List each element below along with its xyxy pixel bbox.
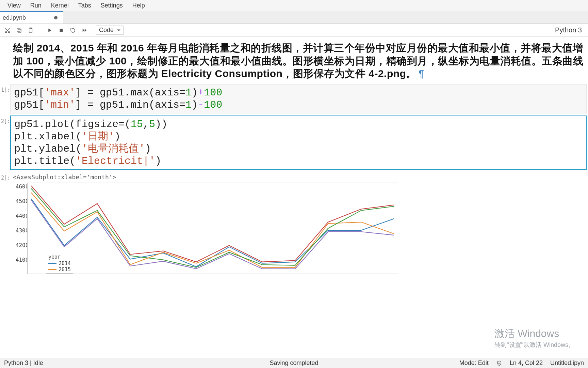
notebook-area: 绘制 2014、2015 年和 2016 年每月电能消耗量之和的折线图，并计算三… (0, 37, 588, 277)
svg-rect-3 (17, 28, 20, 31)
kernel-name[interactable]: Python 3 (555, 26, 585, 34)
chart-legend: year 2014 2015 (46, 253, 73, 274)
legend-item: 2015 (48, 266, 71, 273)
menu-run[interactable]: Run (26, 0, 46, 11)
menubar: View Run Kernel Tabs Settings Help (0, 0, 588, 11)
menu-settings[interactable]: Settings (96, 0, 128, 11)
cell-prompt: 2]: (0, 172, 10, 275)
markdown-content: 绘制 2014、2015 年和 2016 年每月电能消耗量之和的折线图，并计算三… (13, 42, 583, 79)
cell-prompt: 2]: (0, 116, 10, 170)
restart-icon[interactable] (69, 26, 77, 34)
menu-help[interactable]: Help (128, 0, 150, 11)
windows-activation-watermark: 激活 Windows 转到"设置"以激活 Windows。 (494, 327, 574, 349)
code-cell-1[interactable]: 1]: gp51['max'] = gp51.max(axis=1)+100 g… (0, 84, 587, 113)
statusbar: Python 3 | Idle Saving completed Mode: E… (0, 358, 588, 368)
markdown-text: 绘制 2014、2015 年和 2016 年每月电能消耗量之和的折线图，并计算三… (10, 40, 587, 82)
svg-rect-2 (18, 29, 21, 32)
shield-icon (496, 360, 502, 366)
pilcrow-icon: ¶ (419, 68, 424, 79)
code-cell-2[interactable]: 2]: gp51.plot(figsize=(15,5)) plt.xlabel… (0, 116, 587, 170)
svg-rect-6 (60, 29, 63, 32)
status-save: Saving completed (270, 359, 318, 367)
output-text: <AxesSubplot:xlabel='month'> (13, 173, 584, 181)
cut-icon[interactable] (3, 26, 12, 34)
code-input[interactable]: gp51['max'] = gp51.max(axis=1)+100 gp51[… (10, 84, 587, 113)
unsaved-indicator-icon (54, 16, 58, 19)
fast-forward-icon[interactable] (80, 26, 88, 34)
cell-output: <AxesSubplot:xlabel='month'> 46000 45000… (10, 172, 587, 275)
menu-kernel[interactable]: Kernel (46, 0, 74, 11)
paste-icon[interactable] (27, 26, 35, 34)
chart: year 2014 2015 (27, 183, 398, 274)
legend-swatch-icon (48, 269, 56, 270)
cell-prompt (0, 40, 10, 82)
legend-swatch-icon (48, 263, 56, 264)
run-icon[interactable] (46, 26, 54, 34)
stop-icon[interactable] (57, 26, 65, 34)
tab-title: ed.ipynb (3, 14, 26, 21)
chart-plot-area (28, 183, 398, 274)
output-cell: 2]: <AxesSubplot:xlabel='month'> 46000 4… (0, 172, 587, 275)
code-input[interactable]: gp51.plot(figsize=(15,5)) plt.xlabel('日期… (10, 116, 587, 170)
menu-view[interactable]: View (3, 0, 26, 11)
markdown-cell[interactable]: 绘制 2014、2015 年和 2016 年每月电能消耗量之和的折线图，并计算三… (0, 40, 587, 82)
tabbar: ed.ipynb (0, 11, 588, 24)
notebook-tab[interactable]: ed.ipynb (0, 11, 63, 24)
status-cursor-pos: Ln 4, Col 22 (510, 359, 543, 367)
status-mode: Mode: Edit (459, 359, 489, 367)
status-filename: Untitled.ipyn (550, 359, 584, 367)
menu-tabs[interactable]: Tabs (74, 0, 96, 11)
legend-item: 2014 (48, 260, 71, 266)
legend-title: year (48, 254, 71, 260)
copy-icon[interactable] (15, 26, 23, 34)
status-kernel[interactable]: Python 3 | Idle (4, 359, 43, 367)
cell-prompt: 1]: (0, 84, 10, 113)
cell-type-select[interactable]: Code (96, 26, 124, 35)
toolbar: Code Python 3 (0, 24, 588, 37)
